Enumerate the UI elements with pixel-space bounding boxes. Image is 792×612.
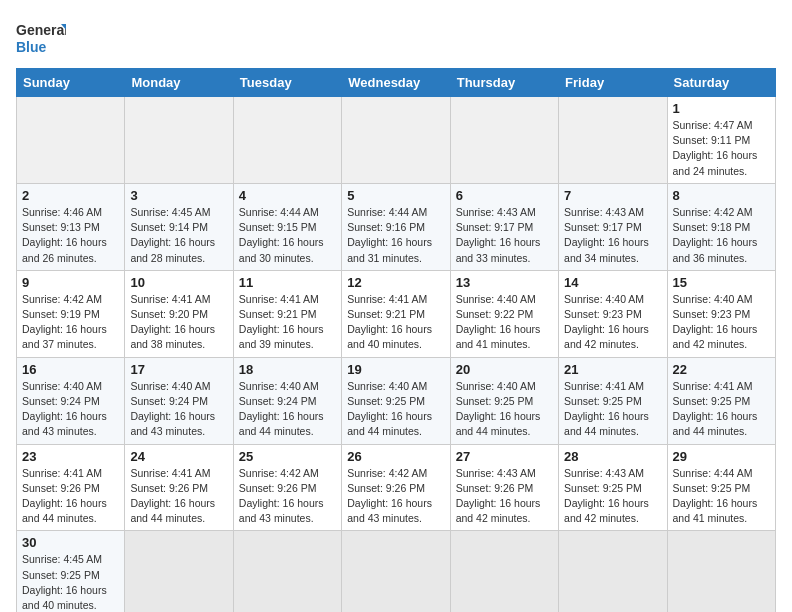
logo: General Blue — [16, 16, 66, 60]
day-info: Sunrise: 4:41 AM Sunset: 9:26 PM Dayligh… — [130, 466, 227, 527]
day-number: 1 — [673, 101, 770, 116]
day-number: 15 — [673, 275, 770, 290]
calendar-cell: 26Sunrise: 4:42 AM Sunset: 9:26 PM Dayli… — [342, 444, 450, 531]
day-info: Sunrise: 4:42 AM Sunset: 9:19 PM Dayligh… — [22, 292, 119, 353]
day-info: Sunrise: 4:41 AM Sunset: 9:25 PM Dayligh… — [564, 379, 661, 440]
calendar-cell — [233, 97, 341, 184]
day-info: Sunrise: 4:42 AM Sunset: 9:26 PM Dayligh… — [347, 466, 444, 527]
calendar-week-row: 23Sunrise: 4:41 AM Sunset: 9:26 PM Dayli… — [17, 444, 776, 531]
calendar-week-row: 1Sunrise: 4:47 AM Sunset: 9:11 PM Daylig… — [17, 97, 776, 184]
weekday-header-sunday: Sunday — [17, 69, 125, 97]
day-number: 16 — [22, 362, 119, 377]
day-info: Sunrise: 4:42 AM Sunset: 9:26 PM Dayligh… — [239, 466, 336, 527]
calendar-cell: 2Sunrise: 4:46 AM Sunset: 9:13 PM Daylig… — [17, 183, 125, 270]
calendar-week-row: 30Sunrise: 4:45 AM Sunset: 9:25 PM Dayli… — [17, 531, 776, 612]
calendar-thead: SundayMondayTuesdayWednesdayThursdayFrid… — [17, 69, 776, 97]
calendar-week-row: 16Sunrise: 4:40 AM Sunset: 9:24 PM Dayli… — [17, 357, 776, 444]
day-info: Sunrise: 4:44 AM Sunset: 9:25 PM Dayligh… — [673, 466, 770, 527]
day-number: 8 — [673, 188, 770, 203]
calendar-cell — [342, 97, 450, 184]
day-number: 14 — [564, 275, 661, 290]
calendar-header: General Blue — [16, 16, 776, 60]
calendar-cell: 4Sunrise: 4:44 AM Sunset: 9:15 PM Daylig… — [233, 183, 341, 270]
day-info: Sunrise: 4:43 AM Sunset: 9:17 PM Dayligh… — [456, 205, 553, 266]
calendar-cell: 11Sunrise: 4:41 AM Sunset: 9:21 PM Dayli… — [233, 270, 341, 357]
weekday-header-thursday: Thursday — [450, 69, 558, 97]
calendar-cell: 5Sunrise: 4:44 AM Sunset: 9:16 PM Daylig… — [342, 183, 450, 270]
day-number: 26 — [347, 449, 444, 464]
day-info: Sunrise: 4:41 AM Sunset: 9:21 PM Dayligh… — [347, 292, 444, 353]
day-info: Sunrise: 4:45 AM Sunset: 9:14 PM Dayligh… — [130, 205, 227, 266]
calendar-cell: 19Sunrise: 4:40 AM Sunset: 9:25 PM Dayli… — [342, 357, 450, 444]
calendar-cell: 3Sunrise: 4:45 AM Sunset: 9:14 PM Daylig… — [125, 183, 233, 270]
calendar-cell: 7Sunrise: 4:43 AM Sunset: 9:17 PM Daylig… — [559, 183, 667, 270]
day-info: Sunrise: 4:40 AM Sunset: 9:23 PM Dayligh… — [564, 292, 661, 353]
day-info: Sunrise: 4:40 AM Sunset: 9:25 PM Dayligh… — [456, 379, 553, 440]
calendar-cell: 6Sunrise: 4:43 AM Sunset: 9:17 PM Daylig… — [450, 183, 558, 270]
calendar-cell: 14Sunrise: 4:40 AM Sunset: 9:23 PM Dayli… — [559, 270, 667, 357]
day-number: 6 — [456, 188, 553, 203]
day-info: Sunrise: 4:41 AM Sunset: 9:25 PM Dayligh… — [673, 379, 770, 440]
calendar-cell: 13Sunrise: 4:40 AM Sunset: 9:22 PM Dayli… — [450, 270, 558, 357]
day-info: Sunrise: 4:40 AM Sunset: 9:23 PM Dayligh… — [673, 292, 770, 353]
svg-text:General: General — [16, 22, 66, 38]
day-number: 13 — [456, 275, 553, 290]
day-info: Sunrise: 4:43 AM Sunset: 9:26 PM Dayligh… — [456, 466, 553, 527]
day-number: 29 — [673, 449, 770, 464]
day-number: 9 — [22, 275, 119, 290]
calendar-cell: 30Sunrise: 4:45 AM Sunset: 9:25 PM Dayli… — [17, 531, 125, 612]
day-number: 19 — [347, 362, 444, 377]
weekday-header-saturday: Saturday — [667, 69, 775, 97]
day-info: Sunrise: 4:40 AM Sunset: 9:24 PM Dayligh… — [130, 379, 227, 440]
calendar-cell: 9Sunrise: 4:42 AM Sunset: 9:19 PM Daylig… — [17, 270, 125, 357]
day-info: Sunrise: 4:41 AM Sunset: 9:20 PM Dayligh… — [130, 292, 227, 353]
calendar-cell: 10Sunrise: 4:41 AM Sunset: 9:20 PM Dayli… — [125, 270, 233, 357]
day-number: 28 — [564, 449, 661, 464]
calendar-cell: 8Sunrise: 4:42 AM Sunset: 9:18 PM Daylig… — [667, 183, 775, 270]
day-number: 25 — [239, 449, 336, 464]
day-info: Sunrise: 4:41 AM Sunset: 9:26 PM Dayligh… — [22, 466, 119, 527]
calendar-cell: 18Sunrise: 4:40 AM Sunset: 9:24 PM Dayli… — [233, 357, 341, 444]
day-info: Sunrise: 4:40 AM Sunset: 9:24 PM Dayligh… — [239, 379, 336, 440]
calendar-cell: 25Sunrise: 4:42 AM Sunset: 9:26 PM Dayli… — [233, 444, 341, 531]
day-number: 23 — [22, 449, 119, 464]
calendar-cell — [233, 531, 341, 612]
calendar-cell: 15Sunrise: 4:40 AM Sunset: 9:23 PM Dayli… — [667, 270, 775, 357]
day-number: 22 — [673, 362, 770, 377]
day-info: Sunrise: 4:40 AM Sunset: 9:25 PM Dayligh… — [347, 379, 444, 440]
day-info: Sunrise: 4:44 AM Sunset: 9:15 PM Dayligh… — [239, 205, 336, 266]
day-number: 30 — [22, 535, 119, 550]
logo-svg: General Blue — [16, 16, 66, 60]
day-info: Sunrise: 4:43 AM Sunset: 9:17 PM Dayligh… — [564, 205, 661, 266]
day-number: 21 — [564, 362, 661, 377]
day-number: 27 — [456, 449, 553, 464]
calendar-cell: 24Sunrise: 4:41 AM Sunset: 9:26 PM Dayli… — [125, 444, 233, 531]
calendar-cell: 1Sunrise: 4:47 AM Sunset: 9:11 PM Daylig… — [667, 97, 775, 184]
calendar-cell: 17Sunrise: 4:40 AM Sunset: 9:24 PM Dayli… — [125, 357, 233, 444]
calendar-cell — [125, 97, 233, 184]
day-number: 18 — [239, 362, 336, 377]
day-info: Sunrise: 4:43 AM Sunset: 9:25 PM Dayligh… — [564, 466, 661, 527]
calendar-week-row: 2Sunrise: 4:46 AM Sunset: 9:13 PM Daylig… — [17, 183, 776, 270]
weekday-header-monday: Monday — [125, 69, 233, 97]
calendar-cell: 22Sunrise: 4:41 AM Sunset: 9:25 PM Dayli… — [667, 357, 775, 444]
day-info: Sunrise: 4:40 AM Sunset: 9:24 PM Dayligh… — [22, 379, 119, 440]
day-info: Sunrise: 4:46 AM Sunset: 9:13 PM Dayligh… — [22, 205, 119, 266]
calendar-cell — [559, 531, 667, 612]
day-number: 7 — [564, 188, 661, 203]
calendar-body: 1Sunrise: 4:47 AM Sunset: 9:11 PM Daylig… — [17, 97, 776, 613]
calendar-cell — [17, 97, 125, 184]
day-info: Sunrise: 4:41 AM Sunset: 9:21 PM Dayligh… — [239, 292, 336, 353]
calendar-cell: 27Sunrise: 4:43 AM Sunset: 9:26 PM Dayli… — [450, 444, 558, 531]
day-info: Sunrise: 4:45 AM Sunset: 9:25 PM Dayligh… — [22, 552, 119, 612]
day-number: 5 — [347, 188, 444, 203]
day-number: 12 — [347, 275, 444, 290]
weekday-header-row: SundayMondayTuesdayWednesdayThursdayFrid… — [17, 69, 776, 97]
day-number: 4 — [239, 188, 336, 203]
calendar-cell: 28Sunrise: 4:43 AM Sunset: 9:25 PM Dayli… — [559, 444, 667, 531]
weekday-header-tuesday: Tuesday — [233, 69, 341, 97]
day-info: Sunrise: 4:47 AM Sunset: 9:11 PM Dayligh… — [673, 118, 770, 179]
day-number: 11 — [239, 275, 336, 290]
calendar-cell: 21Sunrise: 4:41 AM Sunset: 9:25 PM Dayli… — [559, 357, 667, 444]
day-number: 10 — [130, 275, 227, 290]
